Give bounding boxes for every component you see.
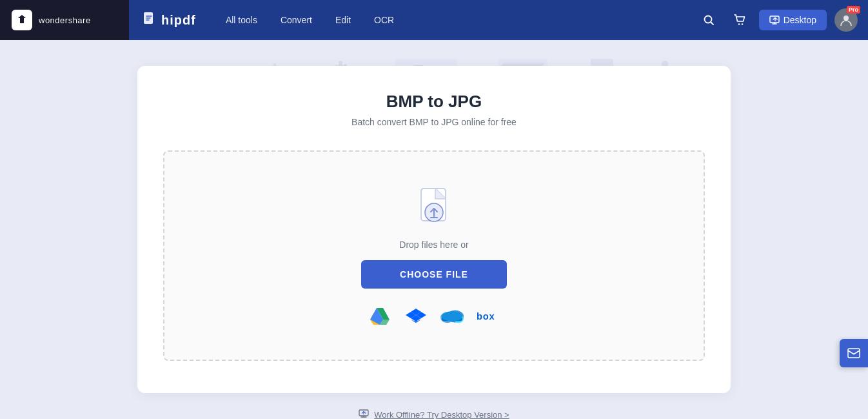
converter-card: BMP to JPG Batch convert BMP to JPG onli… xyxy=(137,66,731,393)
nav-convert[interactable]: Convert xyxy=(270,10,322,30)
drop-text: Drop files here or xyxy=(399,240,468,250)
wondershare-logo[interactable]: wondershare xyxy=(12,10,91,30)
svg-rect-4 xyxy=(770,16,779,23)
hipdf-icon xyxy=(142,12,156,29)
brand-area: wondershare xyxy=(0,0,129,40)
desktop-promo-banner[interactable]: Work Offline? Try Desktop Version > xyxy=(359,409,509,419)
desktop-label: Desktop xyxy=(784,15,816,25)
page-title: BMP to JPG xyxy=(163,92,705,112)
cloud-icons: box xyxy=(368,304,500,327)
desktop-promo-text: Work Offline? Try Desktop Version > xyxy=(374,410,509,419)
svg-point-31 xyxy=(442,311,462,321)
nav-links: All tools Convert Edit OCR xyxy=(215,10,404,30)
desktop-button[interactable]: Desktop xyxy=(759,10,827,30)
svg-point-5 xyxy=(843,15,849,21)
nav-actions: Desktop Pro xyxy=(697,8,868,32)
navbar: wondershare hipdf All tools Convert Edit… xyxy=(0,0,868,40)
svg-point-1 xyxy=(704,16,711,23)
upload-icon xyxy=(415,190,453,229)
email-float-button[interactable] xyxy=(840,339,868,367)
google-drive-icon[interactable] xyxy=(368,304,391,327)
avatar-button[interactable]: Pro xyxy=(834,8,858,32)
choose-file-button[interactable]: CHOOSE FILE xyxy=(361,260,507,289)
cart-button[interactable] xyxy=(728,8,751,32)
product-name: hipdf xyxy=(161,13,196,28)
box-icon[interactable]: box xyxy=(477,304,500,327)
main-content: BMP to JPG Batch convert BMP to JPG onli… xyxy=(0,40,868,419)
drop-zone[interactable]: Drop files here or CHOOSE FILE xyxy=(163,150,705,361)
nav-edit[interactable]: Edit xyxy=(325,10,361,30)
svg-text:box: box xyxy=(477,311,495,322)
svg-rect-34 xyxy=(848,349,860,358)
nav-all-tools[interactable]: All tools xyxy=(215,10,268,30)
svg-point-3 xyxy=(741,23,743,25)
pro-badge: Pro xyxy=(847,6,860,14)
nav-ocr[interactable]: OCR xyxy=(364,10,404,30)
ws-icon xyxy=(12,10,32,30)
onedrive-icon[interactable] xyxy=(440,304,464,327)
svg-point-2 xyxy=(738,23,740,25)
desktop-promo-icon xyxy=(359,409,369,419)
dropbox-icon[interactable] xyxy=(404,304,428,327)
hipdf-logo[interactable]: hipdf xyxy=(129,12,209,29)
brand-name: wondershare xyxy=(39,15,91,25)
search-button[interactable] xyxy=(697,8,720,32)
page-subtitle: Batch convert BMP to JPG online for free xyxy=(163,117,705,127)
